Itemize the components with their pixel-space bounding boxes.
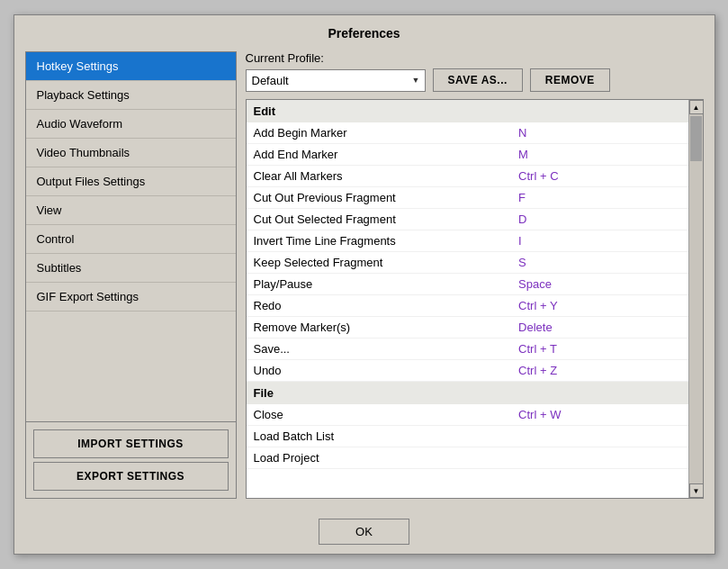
sidebar-item-playback-settings[interactable]: Playback Settings	[26, 81, 236, 110]
hotkey-table-scroll[interactable]: EditAdd Begin MarkerNAdd End MarkerMClea…	[247, 100, 688, 498]
table-row[interactable]: Load Batch List	[247, 426, 688, 447]
profile-label: Current Profile:	[246, 51, 704, 65]
sidebar-items: Hotkey SettingsPlayback SettingsAudio Wa…	[26, 52, 236, 421]
table-row[interactable]: Cut Out Previous FragmentF	[247, 187, 688, 209]
sidebar-item-hotkey-settings[interactable]: Hotkey Settings	[26, 52, 236, 81]
export-settings-button[interactable]: EXPORT SETTINGS	[33, 462, 229, 491]
hotkey-table-outer: EditAdd Begin MarkerNAdd End MarkerMClea…	[246, 99, 704, 499]
sidebar-item-output-files-settings[interactable]: Output Files Settings	[26, 167, 236, 196]
profile-section: Current Profile: Default SAVE AS... REMO…	[246, 51, 704, 92]
sidebar-item-gif-export-settings[interactable]: GIF Export Settings	[26, 283, 236, 312]
sidebar-item-control[interactable]: Control	[26, 225, 236, 254]
table-row[interactable]: Save...Ctrl + T	[247, 339, 688, 360]
sidebar-item-audio-waveform[interactable]: Audio Waveform	[26, 110, 236, 139]
scroll-track	[689, 114, 703, 483]
profile-select-wrapper: Default	[246, 69, 426, 92]
sidebar: Hotkey SettingsPlayback SettingsAudio Wa…	[25, 51, 237, 499]
sidebar-buttons: IMPORT SETTINGS EXPORT SETTINGS	[26, 421, 236, 498]
section-header-file: File	[247, 382, 688, 405]
hotkey-table: EditAdd Begin MarkerNAdd End MarkerMClea…	[247, 100, 688, 469]
table-row[interactable]: Keep Selected FragmentS	[247, 252, 688, 274]
sidebar-item-video-thumbnails[interactable]: Video Thumbnails	[26, 139, 236, 167]
dialog-body: Hotkey SettingsPlayback SettingsAudio Wa…	[14, 51, 715, 510]
table-row[interactable]: Clear All MarkersCtrl + C	[247, 166, 688, 187]
table-row[interactable]: Add Begin MarkerN	[247, 122, 688, 144]
section-header-edit: Edit	[247, 100, 688, 122]
table-row[interactable]: Remove Marker(s)Delete	[247, 317, 688, 339]
dialog-footer: OK	[14, 510, 715, 554]
scroll-thumb	[690, 116, 702, 161]
table-row[interactable]: Add End MarkerM	[247, 144, 688, 166]
profile-controls: Default SAVE AS... REMOVE	[246, 68, 704, 92]
table-row[interactable]: RedoCtrl + Y	[247, 295, 688, 317]
profile-select[interactable]: Default	[246, 69, 426, 92]
table-row[interactable]: UndoCtrl + Z	[247, 360, 688, 382]
remove-button[interactable]: REMOVE	[530, 68, 610, 92]
scroll-down-arrow[interactable]: ▼	[689, 483, 704, 498]
scrollbar: ▲ ▼	[688, 100, 703, 498]
scroll-up-arrow[interactable]: ▲	[689, 100, 704, 114]
sidebar-item-view[interactable]: View	[26, 196, 236, 225]
save-as-button[interactable]: SAVE AS...	[433, 68, 523, 92]
main-content: Current Profile: Default SAVE AS... REMO…	[246, 51, 704, 499]
table-row[interactable]: CloseCtrl + W	[247, 404, 688, 426]
table-row[interactable]: Invert Time Line FragmentsI	[247, 230, 688, 252]
preferences-dialog: Preferences Hotkey SettingsPlayback Sett…	[13, 14, 715, 555]
table-row[interactable]: Load Project	[247, 447, 688, 469]
table-row[interactable]: Cut Out Selected FragmentD	[247, 209, 688, 230]
dialog-title: Preferences	[14, 15, 715, 51]
ok-button[interactable]: OK	[319, 519, 409, 545]
import-settings-button[interactable]: IMPORT SETTINGS	[33, 429, 229, 458]
sidebar-item-subtitles[interactable]: Subtitles	[26, 254, 236, 283]
table-row[interactable]: Play/PauseSpace	[247, 274, 688, 295]
